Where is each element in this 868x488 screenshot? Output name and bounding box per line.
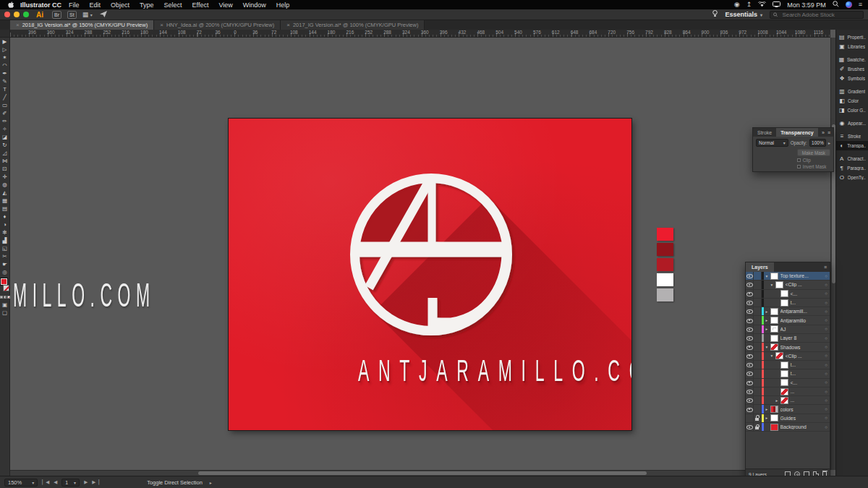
layer-row[interactable]: t...○	[746, 361, 830, 369]
visibility-toggle[interactable]	[746, 334, 754, 342]
shape-builder-tool[interactable]: ◍	[0, 181, 10, 189]
column-graph-tool[interactable]: ▟	[0, 236, 10, 244]
layer-row[interactable]: ...○	[746, 388, 830, 396]
pencil-tool[interactable]: ✏	[0, 117, 10, 125]
target-circle[interactable]: ○	[822, 336, 830, 341]
free-transform-tool[interactable]: ⊡	[0, 165, 10, 173]
document-tab[interactable]: ×HNY_Idea.ai @ 200% (CMYK/GPU Preview)	[154, 20, 281, 30]
dock-item-symbols[interactable]: ❖Symbols	[836, 74, 868, 83]
artboard-navigation-field[interactable]: 1 ▾	[61, 479, 80, 487]
lock-toggle[interactable]	[754, 379, 762, 387]
layer-row[interactable]: ▸Guides○	[746, 414, 830, 423]
menubar-item-file[interactable]: File	[69, 1, 80, 9]
tab-close-icon[interactable]: ×	[160, 22, 163, 28]
visibility-toggle[interactable]	[746, 272, 754, 280]
expand-toggle[interactable]: ▸	[764, 416, 770, 420]
opacity-stepper-icon[interactable]: ▸	[828, 140, 830, 145]
last-artboard-button[interactable]: ▶▕	[92, 479, 99, 485]
expand-toggle[interactable]: ▸	[764, 309, 770, 314]
visibility-toggle[interactable]	[746, 379, 754, 387]
first-artboard-button[interactable]: ▏◀	[42, 479, 49, 485]
hand-tool[interactable]: ☛	[0, 260, 10, 268]
blend-mode-select[interactable]: Normal ▾	[756, 139, 788, 147]
stock-button[interactable]: St	[67, 11, 77, 19]
menubar-item-select[interactable]: Select	[164, 1, 182, 9]
siri-icon[interactable]	[846, 1, 852, 8]
visibility-toggle[interactable]	[746, 343, 754, 351]
lock-toggle[interactable]	[754, 343, 762, 351]
menubar-item-object[interactable]: Object	[111, 1, 129, 9]
menubar-app-name[interactable]: Illustrator CC	[20, 1, 61, 9]
target-circle[interactable]: ○	[822, 354, 830, 358]
target-circle[interactable]: ○	[822, 407, 830, 411]
dock-item-transpa[interactable]: ◐Transpa...	[836, 141, 868, 150]
horizontal-scroll-thumb[interactable]	[198, 471, 647, 475]
visibility-toggle[interactable]	[746, 281, 754, 288]
magic-wand-tool[interactable]: ✶	[0, 53, 10, 61]
target-circle[interactable]: ○	[822, 425, 830, 429]
opacity-field[interactable]: 100%	[809, 139, 826, 147]
selection-tool[interactable]: ▶	[0, 38, 10, 46]
display-icon[interactable]	[773, 1, 780, 9]
expand-toggle[interactable]: ▸	[764, 327, 770, 331]
lock-toggle[interactable]	[754, 316, 762, 324]
dock-item-libraries[interactable]: ▣Libraries	[836, 42, 868, 51]
target-circle[interactable]: ○	[822, 416, 830, 420]
target-circle[interactable]: ○	[822, 398, 830, 403]
panel-menu-icon[interactable]: ≡	[824, 265, 830, 270]
mesh-tool[interactable]: ▦	[0, 197, 10, 205]
menubar-item-help[interactable]: Help	[276, 1, 290, 9]
puppet-warp-tool[interactable]: ✛	[0, 173, 10, 181]
lock-toggle[interactable]	[754, 361, 762, 369]
dock-item-stroke[interactable]: ≡Stroke	[836, 132, 868, 141]
lock-toggle[interactable]	[754, 272, 762, 280]
artboard-tool[interactable]: ◱	[0, 244, 10, 252]
menubar-item-edit[interactable]: Edit	[90, 1, 101, 9]
visibility-toggle[interactable]	[746, 414, 754, 422]
gradient-tool[interactable]: ▤	[0, 205, 10, 213]
tab-close-icon[interactable]: ×	[286, 22, 290, 28]
bridge-button[interactable]: Br	[52, 11, 61, 19]
slice-tool[interactable]: ✂	[0, 252, 10, 260]
gradient-mode-button[interactable]	[4, 296, 7, 299]
dock-item-properti[interactable]: ▤Properti...	[836, 33, 868, 42]
clip-checkbox[interactable]: Clip	[797, 158, 811, 163]
horizontal-scrollbar[interactable]	[10, 470, 830, 476]
fill-color-swatch[interactable]	[1, 278, 7, 285]
visibility-toggle[interactable]	[746, 307, 754, 315]
upload-icon[interactable]: ↥	[746, 1, 752, 8]
expand-toggle[interactable]: ▸	[764, 407, 770, 411]
shaper-tool[interactable]: ✧	[0, 125, 10, 133]
lock-toggle[interactable]	[754, 414, 762, 422]
layer-row[interactable]: ▸colors○	[746, 405, 830, 414]
dock-item-charact[interactable]: ACharact...	[836, 154, 868, 163]
next-artboard-button[interactable]: ▶	[84, 479, 88, 485]
layer-row[interactable]: ▾Shadows○	[746, 343, 830, 351]
visibility-toggle[interactable]	[746, 388, 754, 395]
curvature-tool[interactable]: ✎	[0, 77, 10, 85]
lock-toggle[interactable]	[754, 369, 762, 377]
target-circle[interactable]: ○	[822, 274, 830, 278]
type-tool[interactable]: T	[0, 85, 10, 93]
color-swatch[interactable]	[657, 273, 673, 286]
layer-row[interactable]: t...○	[746, 299, 830, 307]
visibility-toggle[interactable]	[746, 299, 754, 307]
eraser-tool[interactable]: ◪	[0, 133, 10, 141]
screen-mode-button[interactable]: ▢	[0, 309, 10, 317]
expand-toggle[interactable]: ▾	[769, 283, 775, 287]
vertical-scrollbar[interactable]	[830, 38, 835, 470]
lock-toggle[interactable]	[754, 423, 762, 431]
draw-mode-button[interactable]: ▣	[0, 301, 10, 309]
none-mode-button[interactable]	[7, 296, 10, 299]
stroke-color-swatch[interactable]	[3, 285, 9, 291]
horizontal-ruler[interactable]: 3963603242882522161801441087236036721081…	[10, 30, 830, 38]
dock-item-swatche[interactable]: ▦Swatche...	[836, 55, 868, 64]
visibility-toggle[interactable]	[746, 290, 754, 298]
workspace-switcher[interactable]: Essentials ▾	[725, 11, 762, 18]
canvas-area[interactable]: ANTJARAMILLO.COM MILLO.COM	[10, 38, 830, 470]
spotlight-icon[interactable]	[833, 1, 839, 9]
layer-row[interactable]: t...○	[746, 369, 830, 378]
color-mode-button[interactable]	[0, 296, 3, 299]
layers-panel-title[interactable]: Layers	[746, 262, 774, 272]
expand-toggle[interactable]: ▾	[764, 345, 770, 349]
